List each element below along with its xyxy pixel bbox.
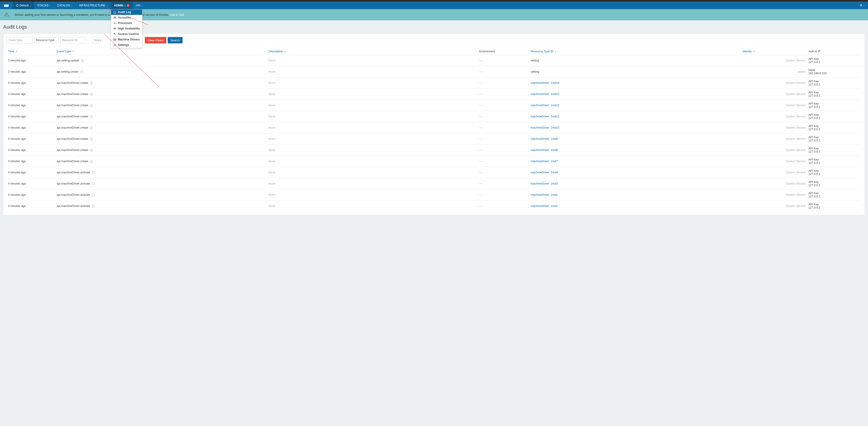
cell-auth: API Key127.0.0.1 [807, 122, 861, 133]
resource-link[interactable]: machineDriver: 1md2 [531, 193, 558, 196]
nav-admin[interactable]: ADMIN⌵ ! Audit Log Accounts Processes Hi… [111, 2, 133, 9]
cell-resource: machineDriver: 1md14 [529, 77, 741, 89]
logo[interactable] [0, 2, 12, 9]
cell-resource: machineDriver: 1md4 [529, 167, 741, 178]
col-auth: Auth & IP [807, 48, 861, 55]
resource-link[interactable]: machineDriver: 1md3 [531, 182, 558, 185]
cell-env: — [478, 77, 529, 89]
info-icon[interactable]: i [92, 194, 95, 196]
info-icon[interactable]: i [90, 138, 93, 140]
cell-time: 4 minutes ago [7, 89, 55, 100]
table-row: 4 minutes agoapi.machineDriver.create iN… [7, 89, 861, 100]
menu-processes[interactable]: Processes [111, 20, 142, 26]
info-icon[interactable]: i [90, 127, 93, 129]
resource-link[interactable]: machineDriver: 1md9 [531, 137, 558, 140]
info-icon[interactable]: i [80, 71, 83, 73]
cell-desc: None [267, 167, 478, 178]
cell-time: 4 minutes ago [7, 100, 55, 111]
nav-stacks[interactable]: STACKS⌵ [34, 2, 54, 9]
menu-audit-log[interactable]: Audit Log [111, 9, 142, 15]
col-identity[interactable]: Identity ⇅ [741, 48, 807, 55]
cell-resource: machineDriver: 1md12 [529, 100, 741, 111]
nav-api[interactable]: API⌵ [133, 2, 146, 9]
cell-desc: None [267, 156, 478, 167]
col-resource[interactable]: Resource Type:ID ⇅ [529, 48, 741, 55]
menu-accounts[interactable]: Accounts [111, 15, 142, 20]
col-time[interactable]: Time ⇅ [7, 48, 55, 55]
info-icon[interactable]: i [90, 149, 93, 152]
cell-resource: machineDriver: 1md2 [529, 189, 741, 201]
table-row: 4 minutes agoapi.machineDriver.create iN… [7, 133, 861, 144]
nav-infrastructure[interactable]: INFRASTRUCTURE⌵ [76, 2, 111, 9]
user-icon [860, 4, 863, 7]
user-menu[interactable]: ⌵ [856, 2, 868, 9]
svg-rect-5 [114, 40, 116, 40]
resource-link[interactable]: machineDriver: 1md13 [531, 93, 560, 96]
resource-type-select[interactable]: Resource Type: ⌵ [34, 37, 59, 43]
col-description[interactable]: Description ⇅ [267, 48, 478, 55]
cell-time: 4 minutes ago [7, 77, 55, 89]
resource-id-input[interactable] [60, 37, 85, 43]
sort-icon: ⇅ [284, 50, 286, 53]
resource-link[interactable]: machineDriver: 1md8 [531, 149, 558, 152]
resource-link[interactable]: machineDriver: 1md10 [531, 126, 560, 129]
cell-desc: None [267, 144, 478, 156]
cell-desc: None [267, 77, 478, 89]
resource-link[interactable]: machineDriver: 1md11 [531, 115, 560, 118]
info-icon[interactable]: i [90, 116, 93, 118]
environment-selector[interactable]: Default ⌵ [12, 2, 34, 9]
cell-identity: System Service [741, 89, 807, 100]
cell-desc: None [267, 133, 478, 144]
cell-time: 4 minutes ago [7, 178, 55, 189]
cell-time: 3 minutes ago [7, 55, 55, 66]
info-icon[interactable]: i [90, 82, 93, 85]
nav-catalog[interactable]: CATALOG⌵ [54, 2, 76, 9]
requested-input[interactable]: Reques [92, 37, 101, 43]
cell-time: 4 minutes ago [7, 133, 55, 144]
cell-event: api.machineDriver.create i [55, 111, 267, 122]
cell-identity: System Service [741, 77, 807, 89]
chevron-down-icon: ⌵ [56, 39, 57, 41]
search-button[interactable]: Search [168, 37, 183, 43]
cell-identity: System Service [741, 122, 807, 133]
event-type-input[interactable] [7, 37, 33, 43]
menu-settings[interactable]: Settings [111, 42, 142, 48]
cell-resource: machineDriver: 1md13 [529, 89, 741, 100]
cell-resource: machineDriver: 1md1 [529, 201, 741, 212]
menu-access-control[interactable]: Access Control [111, 31, 142, 37]
info-icon[interactable]: i [90, 104, 93, 107]
cell-identity: System Service [741, 189, 807, 201]
table-row: 4 minutes agoapi.machineDriver.activate … [7, 189, 861, 201]
col-event-type[interactable]: Event Type ⇅ [55, 48, 267, 55]
col-environment: Environment [478, 48, 529, 55]
resource-link[interactable]: machineDriver: 1md12 [531, 104, 560, 107]
add-host-link[interactable]: Add a host [170, 13, 184, 17]
cell-event: api.machineDriver.activate i [55, 178, 267, 189]
info-icon[interactable]: i [81, 59, 84, 62]
cell-event: api.machineDriver.activate i [55, 201, 267, 212]
resource-link[interactable]: machineDriver: 1md4 [531, 171, 558, 174]
cell-desc: None [267, 55, 478, 66]
resource-link[interactable]: machineDriver: 1md14 [531, 81, 560, 85]
info-icon[interactable]: i [92, 205, 95, 208]
info-icon[interactable]: i [90, 160, 93, 163]
info-icon[interactable]: i [92, 183, 95, 185]
users-icon [113, 16, 117, 19]
cell-time: 4 minutes ago [7, 122, 55, 133]
cell-auth: API Key127.0.0.1 [807, 167, 861, 178]
menu-high-availability[interactable]: High Availability [111, 26, 142, 31]
cell-event: api.machineDriver.create i [55, 100, 267, 111]
clear-filters-button[interactable]: Clear Filters [145, 37, 166, 43]
cell-identity: System Service [741, 144, 807, 156]
chevron-down-icon: ⌵ [863, 4, 865, 7]
table-row: 4 minutes agoapi.machineDriver.create iN… [7, 144, 861, 156]
info-icon[interactable]: i [92, 171, 95, 174]
cell-env: — [478, 156, 529, 167]
resource-link[interactable]: machineDriver: 1md7 [531, 160, 558, 163]
cell-resource: machineDriver: 1md10 [529, 122, 741, 133]
info-icon[interactable]: i [90, 93, 93, 96]
table-row: 4 minutes agoapi.machineDriver.create iN… [7, 122, 861, 133]
cell-time: 4 minutes ago [7, 189, 55, 201]
menu-machine-drivers[interactable]: Machine Drivers [111, 37, 142, 42]
resource-link[interactable]: machineDriver: 1md1 [531, 204, 558, 208]
